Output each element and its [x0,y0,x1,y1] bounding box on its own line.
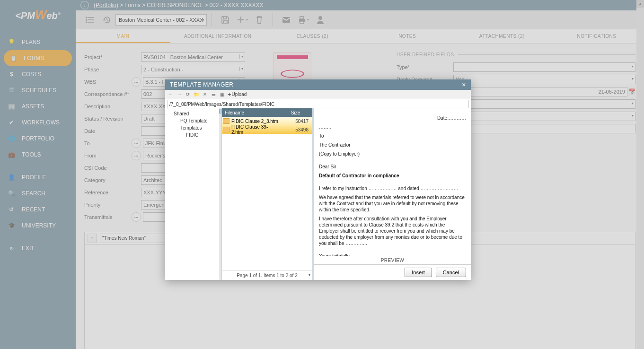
delete-file-icon[interactable]: ✕ [201,91,209,98]
folder-icon[interactable]: 📁 [193,91,200,98]
file-list-footer: Page 1 of 1. Items 1 to 2 of 2▾ [222,270,312,280]
grid-view-icon[interactable]: ▦ [218,91,226,98]
list-view-icon[interactable]: ☰ [210,91,217,98]
page-dropdown-icon[interactable]: ▾ [309,273,310,277]
cancel-button[interactable]: Cancel [436,268,466,277]
modal-footer: Insert Cancel [314,264,471,280]
tree-scrollbar[interactable] [219,108,221,280]
modal-title-text: TEMPLATE MANAGER [170,81,233,88]
tree-node-templates[interactable]: Templates [167,124,220,131]
file-icon [223,127,229,132]
tree-node-shared[interactable]: Shared [167,110,220,117]
file-row-selected[interactable]: FIDIC Clause 39-2.htm 53498 [222,125,312,134]
file-icon [223,118,229,124]
folder-tree: Shared PQ Template Templates FIDIC [165,108,222,280]
back-icon[interactable]: ← [167,91,175,98]
path-field[interactable]: /7_0_00/PMWeb/Images/Shared/Templates/FI… [167,100,469,108]
insert-button[interactable]: Insert [405,268,432,277]
file-list: Filename Size FIDIC Clause 2_3.htm 50417… [222,108,314,280]
modal-toolbar: ← → ⟳ 📁 ✕ ☰ ▦ +Upload [165,90,471,99]
forward-icon[interactable]: → [176,91,183,98]
preview-label: PREVIEW [314,256,471,264]
tree-node-fidic[interactable]: FIDIC [167,131,220,139]
file-list-header: Filename Size [222,108,312,117]
close-icon[interactable]: × [462,81,466,88]
preview-body[interactable]: Date………… …….. To The Contractor (Copy to… [314,108,471,256]
modal-titlebar: TEMPLATE MANAGER × [165,79,471,90]
preview-pane: Date………… …….. To The Contractor (Copy to… [314,108,471,280]
upload-button[interactable]: +Upload [228,91,247,98]
template-manager-modal: TEMPLATE MANAGER × ← → ⟳ 📁 ✕ ☰ ▦ +Upload… [165,79,471,280]
tree-node-pq[interactable]: PQ Template [167,117,220,124]
refresh-icon[interactable]: ⟳ [184,91,192,98]
